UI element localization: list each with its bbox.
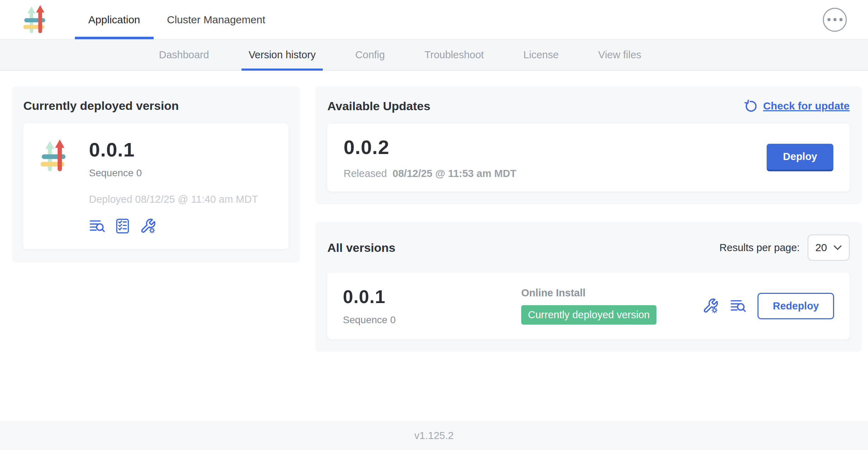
- deployed-timestamp: Deployed 08/12/25 @ 11:40 am MDT: [89, 194, 258, 205]
- chevron-down-icon: [833, 245, 842, 250]
- all-versions-card: All versions Results per page: 20 0.0.1 …: [315, 222, 862, 352]
- main-content: Currently deployed version 0.0.1 Sequenc…: [0, 71, 868, 421]
- subnav-tab-view-files[interactable]: View files: [591, 40, 648, 70]
- install-type-label: Online Install: [521, 287, 585, 299]
- config-wrench-gear-icon[interactable]: [140, 218, 156, 234]
- refresh-icon: [744, 99, 758, 113]
- currently-deployed-card: Currently deployed version 0.0.1 Sequenc…: [12, 86, 300, 262]
- app-logo-arrows-icon: [37, 138, 73, 174]
- all-versions-title: All versions: [327, 241, 396, 255]
- row-sequence-label: Sequence 0: [343, 314, 521, 326]
- deployed-sequence-label: Sequence 0: [89, 167, 258, 179]
- version-row: 0.0.1 Sequence 0 Online Install Currentl…: [327, 273, 850, 339]
- logs-search-icon[interactable]: [89, 218, 105, 234]
- check-for-update-link[interactable]: Check for update: [744, 99, 850, 113]
- app-subnav: Dashboard Version history Config Trouble…: [0, 40, 868, 71]
- deployed-version-number: 0.0.1: [89, 138, 258, 161]
- available-update-row: 0.0.2 Released 08/12/25 @ 11:53 am MDT D…: [327, 124, 850, 191]
- subnav-tab-troubleshoot[interactable]: Troubleshoot: [417, 40, 491, 70]
- tab-cluster-management[interactable]: Cluster Management: [154, 0, 279, 39]
- currently-deployed-badge: Currently deployed version: [521, 305, 656, 325]
- subnav-tab-config[interactable]: Config: [348, 40, 392, 70]
- app-logo-arrows-icon: [20, 4, 52, 36]
- results-per-page-label: Results per page:: [719, 242, 799, 254]
- header-tabs: Application Cluster Management: [75, 0, 279, 39]
- preflight-checklist-icon[interactable]: [114, 218, 131, 234]
- top-header: Application Cluster Management: [0, 0, 868, 40]
- available-updates-title: Available Updates: [327, 99, 430, 113]
- subnav-tab-dashboard[interactable]: Dashboard: [152, 40, 216, 70]
- subnav-tab-version-history[interactable]: Version history: [242, 40, 323, 70]
- config-wrench-gear-icon[interactable]: [702, 298, 719, 314]
- available-updates-card: Available Updates Check for update 0.0.2: [315, 86, 862, 204]
- redeploy-button[interactable]: Redeploy: [757, 293, 834, 319]
- released-timestamp: Released 08/12/25 @ 11:53 am MDT: [344, 168, 516, 179]
- deployed-version-panel: 0.0.1 Sequence 0 Deployed 08/12/25 @ 11:…: [23, 123, 289, 249]
- subnav-tab-license[interactable]: License: [516, 40, 566, 70]
- tab-application[interactable]: Application: [75, 0, 154, 39]
- console-version-label: v1.125.2: [414, 430, 453, 442]
- deploy-button[interactable]: Deploy: [767, 144, 833, 171]
- logs-search-icon[interactable]: [730, 298, 746, 314]
- update-version-number: 0.0.2: [344, 136, 516, 159]
- ellipsis-menu-icon: [827, 18, 831, 21]
- deployed-action-icons: [89, 218, 258, 234]
- deployed-card-title: Currently deployed version: [23, 99, 289, 113]
- row-version-number: 0.0.1: [343, 286, 521, 307]
- results-per-page-select[interactable]: 20: [808, 235, 850, 261]
- right-column: Available Updates Check for update 0.0.2: [315, 86, 862, 352]
- more-options-button[interactable]: [823, 8, 847, 32]
- console-footer: v1.125.2: [0, 421, 868, 450]
